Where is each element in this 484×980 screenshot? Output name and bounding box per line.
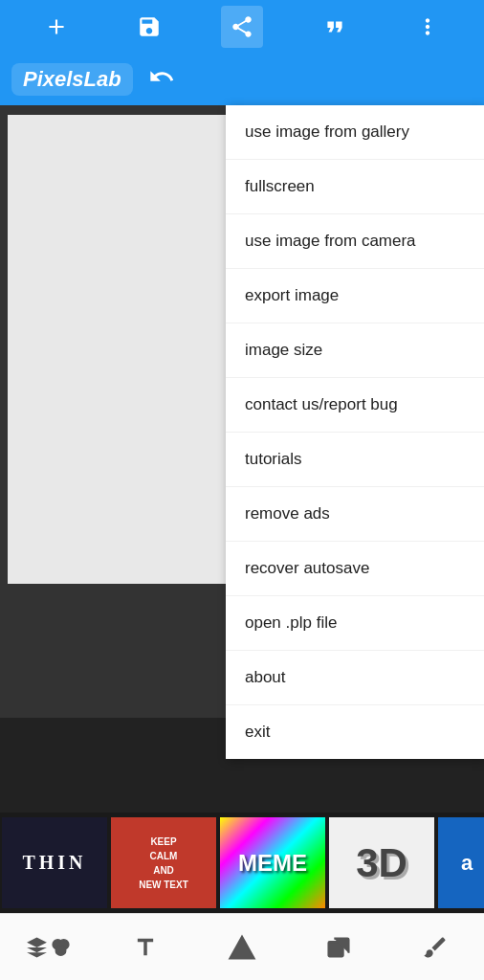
menu-item-gallery[interactable]: use image from gallery (226, 105, 484, 160)
menu-item-fullscreen[interactable]: fullscreen (226, 160, 484, 214)
svg-marker-3 (230, 936, 253, 958)
menu-item-about[interactable]: about (226, 651, 484, 705)
dropdown-menu: use image from gallery fullscreen use im… (226, 105, 484, 759)
menu-item-exit[interactable]: exit (226, 705, 484, 759)
toolbar-top-row (0, 0, 484, 53)
toolbar: PixelsLab (0, 0, 484, 105)
menu-item-camera[interactable]: use image from camera (226, 214, 484, 269)
bottom-navigation (0, 913, 484, 980)
shape-button[interactable] (218, 924, 266, 971)
template-meme[interactable]: MEME (220, 817, 325, 908)
main-canvas-area: use image from gallery fullscreen use im… (0, 105, 484, 718)
template-thin[interactable]: THIN (2, 817, 107, 908)
menu-item-image-size[interactable]: image size (226, 323, 484, 378)
save-button[interactable] (128, 6, 170, 48)
template-thumbnails: THIN KEEPCALMANDNEW TEXT MEME 3D a (0, 813, 484, 913)
menu-item-open-plp[interactable]: open .plp file (226, 596, 484, 651)
effects-button[interactable] (411, 924, 459, 971)
duplicate-button[interactable] (315, 924, 363, 971)
add-button[interactable] (35, 6, 77, 48)
svg-point-2 (55, 945, 65, 954)
undo-button[interactable] (148, 63, 175, 96)
more-options-button[interactable] (407, 6, 449, 48)
menu-item-contact[interactable]: contact us/report bug (226, 378, 484, 433)
toolbar-bottom-row: PixelsLab (0, 53, 484, 105)
quote-button[interactable] (314, 6, 356, 48)
app-logo: PixelsLab (11, 63, 133, 96)
menu-item-remove-ads[interactable]: remove ads (226, 487, 484, 542)
text-button[interactable] (121, 924, 169, 971)
share-button[interactable] (221, 6, 263, 48)
template-partial[interactable]: a (438, 817, 484, 908)
template-3d[interactable]: 3D (329, 817, 434, 908)
menu-item-export[interactable]: export image (226, 269, 484, 323)
layers-button[interactable] (25, 924, 73, 971)
template-keepcalm[interactable]: KEEPCALMANDNEW TEXT (111, 817, 216, 908)
menu-item-recover[interactable]: recover autosave (226, 542, 484, 596)
menu-item-tutorials[interactable]: tutorials (226, 433, 484, 487)
